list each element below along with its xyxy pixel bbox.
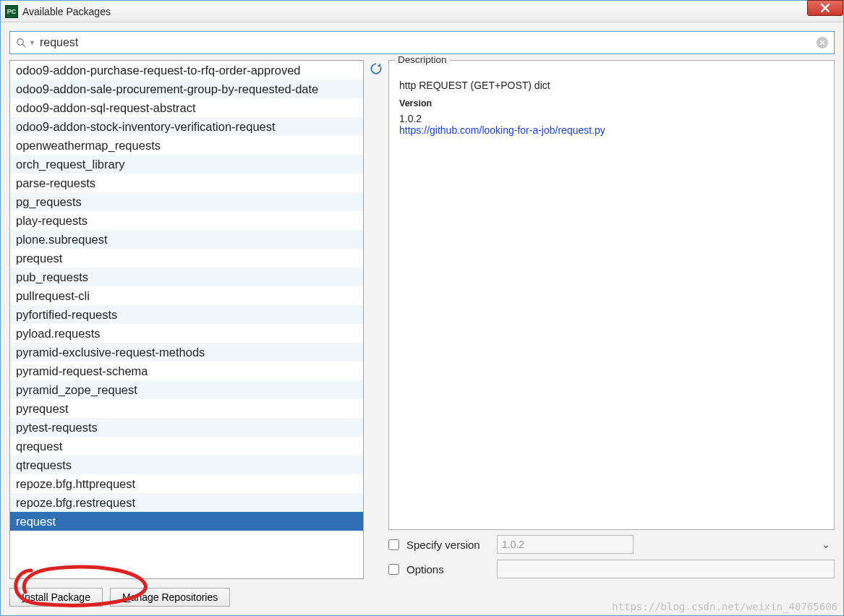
details-column: Description http REQUEST (GET+POST) dict…	[388, 60, 835, 579]
options-row: Options	[388, 559, 835, 579]
package-item[interactable]: pyramid-exclusive-request-methods	[10, 343, 363, 362]
dialog-content: ▼ odoo9-addon-purchase-request-to-rfq-or…	[1, 22, 843, 615]
main-area: odoo9-addon-purchase-request-to-rfq-orde…	[9, 60, 835, 579]
package-item[interactable]: pyload.requests	[10, 324, 363, 343]
svg-point-0	[17, 39, 23, 45]
description-body: http REQUEST (GET+POST) dict Version 1.0…	[389, 61, 834, 529]
package-item[interactable]: pyramid-request-schema	[10, 362, 363, 380]
specify-version-select[interactable]	[497, 535, 634, 554]
refresh-icon	[369, 61, 383, 76]
chevron-down-icon: ⌄	[822, 539, 830, 550]
description-summary: http REQUEST (GET+POST) dict	[399, 80, 824, 91]
manage-repositories-button[interactable]: Manage Repositories	[110, 588, 230, 607]
description-box: Description http REQUEST (GET+POST) dict…	[388, 60, 835, 530]
specify-version-row: Specify version ⌄	[388, 534, 835, 555]
refresh-button[interactable]	[367, 60, 385, 76]
package-item[interactable]: repoze.bfg.restrequest	[10, 493, 363, 512]
package-item[interactable]: qtrequests	[10, 455, 363, 474]
package-item[interactable]: odoo9-addon-sale-procurement-group-by-re…	[10, 80, 363, 98]
package-item[interactable]: pyfortified-requests	[10, 305, 363, 324]
search-field: ▼	[9, 31, 835, 54]
package-item[interactable]: pyrequest	[10, 399, 363, 418]
install-package-button[interactable]: Install Package	[9, 588, 103, 607]
options-input[interactable]	[497, 560, 835, 578]
app-icon: PC	[5, 5, 18, 18]
close-icon	[820, 3, 830, 13]
package-item[interactable]: qrequest	[10, 437, 363, 455]
package-item[interactable]: repoze.bfg.httprequest	[10, 474, 363, 493]
package-item[interactable]: pg_requests	[10, 192, 363, 211]
specify-version-checkbox[interactable]	[388, 539, 399, 550]
package-item[interactable]: parse-requests	[10, 174, 363, 192]
options-checkbox[interactable]	[388, 564, 399, 575]
project-link[interactable]: https://github.com/looking-for-a-job/req…	[399, 124, 824, 136]
dialog-window: PC Available Packages ▼ odoo9-addon-purc…	[0, 0, 844, 616]
search-dropdown-icon[interactable]: ▼	[29, 39, 35, 46]
options-label: Options	[406, 563, 490, 576]
package-item[interactable]: odoo9-addon-purchase-request-to-rfq-orde…	[10, 61, 363, 80]
version-number: 1.0.2	[399, 113, 824, 124]
package-item[interactable]: prequest	[10, 249, 363, 268]
clear-search-icon[interactable]	[817, 37, 828, 48]
package-item[interactable]: pub_requests	[10, 268, 363, 286]
svg-line-1	[22, 44, 25, 47]
install-label-rest: nstall Package	[25, 591, 90, 603]
package-list-column: odoo9-addon-purchase-request-to-rfq-orde…	[9, 60, 364, 579]
package-item[interactable]: odoo9-addon-sql-request-abstract	[10, 98, 363, 117]
package-item[interactable]: pullrequest-cli	[10, 286, 363, 305]
package-item[interactable]: plone.subrequest	[10, 230, 363, 249]
package-item[interactable]: play-requests	[10, 211, 363, 230]
footer-buttons: Install Package Manage Repositories	[9, 585, 835, 607]
package-item[interactable]: request	[10, 512, 363, 531]
close-button[interactable]	[807, 0, 843, 16]
package-item[interactable]: orch_request_library	[10, 155, 363, 174]
package-item[interactable]: odoo9-addon-stock-inventory-verification…	[10, 117, 363, 136]
manage-label-rest: anage Repositories	[131, 591, 218, 603]
version-label: Version	[399, 98, 824, 108]
package-item[interactable]: openweathermap_requests	[10, 136, 363, 155]
package-list[interactable]: odoo9-addon-purchase-request-to-rfq-orde…	[9, 60, 364, 579]
window-title: Available Packages	[22, 6, 111, 17]
titlebar: PC Available Packages	[1, 1, 843, 22]
search-input[interactable]	[40, 36, 817, 49]
search-icon	[16, 38, 26, 48]
specify-version-label: Specify version	[406, 539, 490, 551]
package-item[interactable]: pyramid_zope_request	[10, 380, 363, 399]
package-item[interactable]: pytest-requests	[10, 418, 363, 437]
